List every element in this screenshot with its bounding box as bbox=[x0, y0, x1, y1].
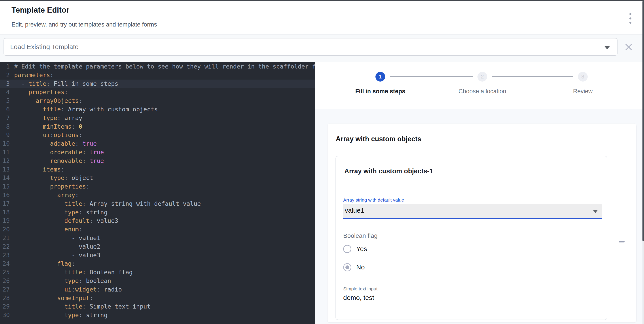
kebab-dot bbox=[630, 13, 632, 15]
radio-option-no-label: No bbox=[356, 263, 364, 271]
code-text: - value3 bbox=[14, 251, 315, 260]
code-text: - value1 bbox=[14, 234, 315, 242]
code-text: someInput: bbox=[14, 294, 315, 302]
line-number: 4 bbox=[0, 88, 14, 97]
code-text: type: string bbox=[14, 208, 315, 217]
code-line[interactable]: 13 items: bbox=[0, 165, 315, 174]
radio-option-yes-label: Yes bbox=[356, 245, 367, 253]
step-connector bbox=[492, 76, 573, 77]
boolean-flag-label: Boolean flag bbox=[343, 232, 378, 239]
kebab-dot bbox=[630, 18, 632, 20]
step-2-circle: 2 bbox=[478, 72, 487, 82]
code-line[interactable]: 12 removable: true bbox=[0, 157, 315, 165]
code-text: addable: true bbox=[14, 139, 315, 148]
code-text: title: Array with custom objects bbox=[14, 105, 315, 114]
line-number: 12 bbox=[0, 157, 14, 165]
code-text: # Edit the template parameters below to … bbox=[14, 62, 315, 71]
code-text: items: bbox=[14, 165, 315, 174]
load-existing-template-select[interactable]: Load Existing Template bbox=[4, 38, 618, 56]
simple-text-input[interactable]: demo, test bbox=[343, 294, 374, 301]
code-line[interactable]: 2parameters: bbox=[0, 71, 315, 80]
code-text: enum: bbox=[14, 225, 315, 234]
code-line[interactable]: 16 array: bbox=[0, 191, 315, 200]
code-line[interactable]: 17 title: Array string with default valu… bbox=[0, 200, 315, 208]
clear-selection-button[interactable] bbox=[624, 42, 634, 52]
page-scrollbar-thumb[interactable] bbox=[642, 1, 644, 241]
step-connector bbox=[390, 76, 472, 77]
template-editor-page: Template Editor Edit, preview, and try o… bbox=[0, 0, 644, 324]
code-line[interactable]: 6 title: Array with custom objects bbox=[0, 105, 315, 114]
code-text: removable: true bbox=[14, 157, 315, 165]
code-text: arrayObjects: bbox=[14, 97, 315, 105]
code-line[interactable]: 28 someInput: bbox=[0, 294, 315, 302]
code-line[interactable]: 18 type: string bbox=[0, 208, 315, 217]
code-line[interactable]: 3 - title: Fill in some steps bbox=[0, 80, 315, 88]
line-number: 30 bbox=[0, 311, 14, 319]
code-text: type: boolean bbox=[14, 277, 315, 285]
remove-array-item-button[interactable] bbox=[617, 239, 626, 244]
line-number: 14 bbox=[0, 174, 14, 182]
radio-option-no[interactable]: No bbox=[343, 263, 364, 272]
code-text: orderable: true bbox=[14, 148, 315, 157]
array-string-select[interactable]: value1 bbox=[343, 204, 602, 219]
line-number: 10 bbox=[0, 139, 14, 148]
code-text: flag: bbox=[14, 259, 315, 268]
code-line[interactable]: 30 type: string bbox=[0, 311, 315, 319]
load-template-toolbar: Load Existing Template bbox=[0, 35, 642, 62]
array-item-card: Array with custom objects-1 Array string… bbox=[336, 156, 607, 320]
code-text: minItems: 0 bbox=[14, 122, 315, 131]
line-number: 23 bbox=[0, 251, 14, 260]
close-icon bbox=[624, 42, 634, 52]
array-string-select-label: Array string with default value bbox=[343, 197, 404, 203]
page-subtitle: Edit, preview, and try out templates and… bbox=[12, 21, 157, 28]
line-number: 3 bbox=[0, 80, 14, 88]
code-line[interactable]: 21 - value1 bbox=[0, 234, 315, 242]
code-line[interactable]: 25 title: Boolean flag bbox=[0, 268, 315, 277]
form-preview-pane: Array with custom objects Array with cus… bbox=[315, 109, 642, 324]
code-text: ui:widget: radio bbox=[14, 285, 315, 294]
kebab-dot bbox=[630, 22, 632, 24]
line-number: 18 bbox=[0, 208, 14, 217]
code-line[interactable]: 24 flag: bbox=[0, 259, 315, 268]
radio-icon bbox=[343, 245, 351, 253]
simple-text-input-label: Simple text input bbox=[343, 286, 378, 291]
line-number: 7 bbox=[0, 114, 14, 122]
chevron-down-icon bbox=[604, 46, 610, 49]
code-line[interactable]: 7 type: array bbox=[0, 114, 315, 122]
code-line[interactable]: 10 addable: true bbox=[0, 139, 315, 148]
form-stepper: 1 Fill in some steps 2 Choose a location… bbox=[315, 62, 642, 109]
page-title: Template Editor bbox=[12, 6, 69, 14]
code-line[interactable]: 27 ui:widget: radio bbox=[0, 285, 315, 294]
line-number: 11 bbox=[0, 148, 14, 157]
code-line[interactable]: 22 - value2 bbox=[0, 242, 315, 251]
radio-option-yes[interactable]: Yes bbox=[343, 244, 367, 253]
code-text: title: Simple text input bbox=[14, 302, 315, 311]
load-existing-template-placeholder: Load Existing Template bbox=[10, 43, 78, 51]
yaml-code-editor[interactable]: 1# Edit the template parameters below to… bbox=[0, 62, 315, 324]
line-number: 24 bbox=[0, 259, 14, 268]
code-text: ui:options: bbox=[14, 131, 315, 139]
code-line[interactable]: 29 title: Simple text input bbox=[0, 302, 315, 311]
code-line[interactable]: 23 - value3 bbox=[0, 251, 315, 260]
line-number: 26 bbox=[0, 277, 14, 285]
line-number: 28 bbox=[0, 294, 14, 302]
code-text: properties: bbox=[14, 182, 315, 191]
code-line[interactable]: 4 properties: bbox=[0, 88, 315, 97]
line-number: 13 bbox=[0, 165, 14, 174]
code-line[interactable]: 9 ui:options: bbox=[0, 131, 315, 139]
code-line[interactable]: 14 type: object bbox=[0, 174, 315, 182]
code-line[interactable]: 20 enum: bbox=[0, 225, 315, 234]
more-options-button[interactable] bbox=[626, 13, 635, 24]
code-line[interactable]: 1# Edit the template parameters below to… bbox=[0, 62, 315, 71]
code-line[interactable]: 15 properties: bbox=[0, 182, 315, 191]
code-line[interactable]: 8 minItems: 0 bbox=[0, 122, 315, 131]
code-line[interactable]: 26 type: boolean bbox=[0, 277, 315, 285]
line-number: 5 bbox=[0, 97, 14, 105]
code-line[interactable]: 11 orderable: true bbox=[0, 148, 315, 157]
code-line[interactable]: 5 arrayObjects: bbox=[0, 97, 315, 105]
line-number: 20 bbox=[0, 225, 14, 234]
code-line[interactable]: 19 default: value3 bbox=[0, 217, 315, 225]
code-text: parameters: bbox=[14, 71, 315, 80]
array-string-select-value: value1 bbox=[345, 207, 364, 214]
code-text: title: Array string with default value bbox=[14, 200, 315, 208]
